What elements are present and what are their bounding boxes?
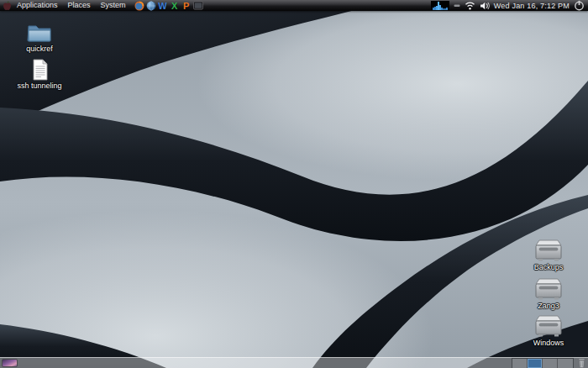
- desktop-icon-zang3[interactable]: Zang3: [522, 277, 575, 310]
- cpu-graph-applet[interactable]: [431, 1, 449, 10]
- shutdown-icon[interactable]: [574, 0, 585, 11]
- desktop-icon-windows[interactable]: Windows: [522, 314, 575, 347]
- excel-icon[interactable]: X: [170, 1, 180, 11]
- icon-label: ssh tunneling: [17, 81, 61, 90]
- panel-tray: Wed Jan 16, 7:12 PM: [431, 0, 585, 11]
- harddrive-icon: [533, 277, 564, 301]
- wifi-icon[interactable]: [465, 1, 475, 10]
- desktop-screen: Applications Places System W: [0, 0, 588, 368]
- panel-launchers: W X P: [134, 1, 203, 11]
- document-icon: [31, 59, 49, 81]
- show-desktop-button[interactable]: [2, 359, 18, 367]
- harddrive-icon: [533, 314, 564, 338]
- powerpoint-icon[interactable]: P: [181, 1, 192, 11]
- word-icon[interactable]: W: [158, 1, 168, 11]
- menu-places[interactable]: Places: [63, 0, 96, 11]
- workspace-cell-3[interactable]: [543, 359, 558, 368]
- harddrive-icon: [533, 239, 564, 262]
- desktop-icon-ssh-tunneling[interactable]: ssh tunneling: [13, 59, 66, 90]
- desktop-icon-backups[interactable]: Backups: [522, 239, 575, 271]
- workspace-switcher: [512, 358, 574, 368]
- menu-system[interactable]: System: [96, 0, 131, 11]
- globe-browser-icon[interactable]: [146, 1, 156, 11]
- icon-label: Windows: [533, 339, 564, 347]
- folder-icon: [26, 23, 53, 44]
- trash-icon[interactable]: [577, 358, 586, 368]
- apple-menu-icon[interactable]: [3, 0, 12, 11]
- top-panel: Applications Places System W: [0, 0, 588, 11]
- screen-icon[interactable]: [193, 1, 203, 11]
- workspace-cell-2[interactable]: [528, 359, 543, 368]
- firefox-icon[interactable]: [134, 1, 144, 11]
- desktop-wallpaper[interactable]: [0, 0, 588, 368]
- volume-icon[interactable]: [480, 2, 490, 10]
- icon-label: Zang3: [538, 302, 559, 310]
- workspace-cell-4[interactable]: [558, 359, 573, 368]
- menu-applications[interactable]: Applications: [12, 0, 63, 11]
- bottom-panel: [0, 357, 588, 368]
- icon-label: Backups: [534, 263, 564, 271]
- indicator-dash-icon[interactable]: [454, 1, 460, 10]
- desktop-icon-quickref[interactable]: quickref: [13, 23, 66, 53]
- icon-label: quickref: [26, 45, 53, 53]
- workspace-cell-1[interactable]: [512, 359, 528, 368]
- clock-applet[interactable]: Wed Jan 16, 7:12 PM: [494, 2, 570, 10]
